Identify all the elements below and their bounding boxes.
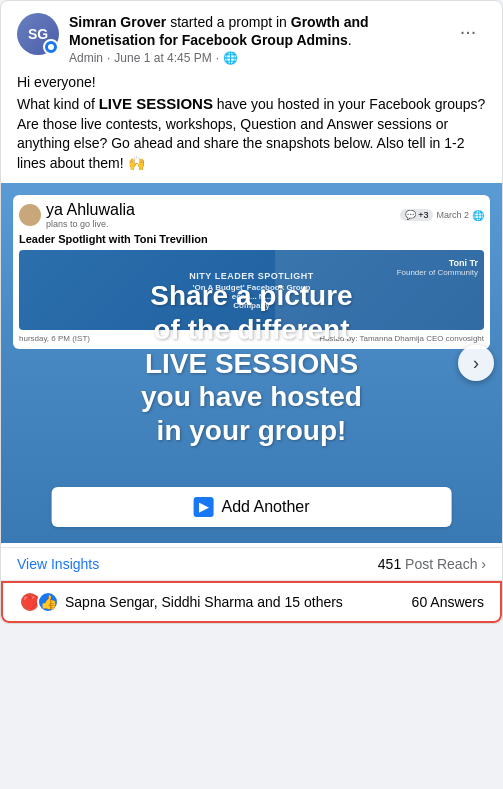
inner-preview-header: ya Ahluwalia plans to go live. 💬 +3 Marc… bbox=[19, 201, 484, 229]
admin-badge: Admin bbox=[69, 51, 103, 65]
overlay-text: Share a picture of the different LIVE SE… bbox=[111, 259, 392, 467]
globe-icon: 🌐 bbox=[223, 51, 238, 65]
spotlight-title: Leader Spotlight with Toni Trevillion bbox=[19, 233, 484, 245]
answers-count: 60 Answers bbox=[412, 594, 484, 610]
author-name: Simran Grover bbox=[69, 14, 166, 30]
post-reach[interactable]: 451 Post Reach › bbox=[378, 556, 486, 572]
post-header-text: Simran Grover started a prompt in Growth… bbox=[69, 13, 440, 65]
live-sessions-highlight: LIVE SESSIONS bbox=[99, 95, 213, 112]
avatar-badge bbox=[43, 39, 59, 55]
live-image-area: ya Ahluwalia plans to go live. 💬 +3 Marc… bbox=[1, 183, 502, 543]
toni-info: Toni Tr Founder of Community bbox=[397, 258, 478, 277]
author-line: Simran Grover started a prompt in Growth… bbox=[69, 13, 440, 49]
globe-small-icon: 🌐 bbox=[472, 210, 484, 221]
add-another-container: ▶ Add Another bbox=[51, 487, 452, 527]
post-card: SG Simran Grover started a prompt in Gro… bbox=[0, 0, 503, 624]
action-text: started a prompt in bbox=[170, 14, 287, 30]
post-header: SG Simran Grover started a prompt in Gro… bbox=[1, 1, 502, 73]
avatar: SG bbox=[17, 13, 59, 55]
reaction-icons: ❤️ 👍 bbox=[19, 591, 59, 613]
inner-preview-icons: 💬 +3 bbox=[400, 209, 434, 221]
more-dots-icon: ··· bbox=[460, 20, 477, 43]
add-another-label: Add Another bbox=[221, 498, 309, 516]
post-line2: What kind of LIVE SESSIONS have you host… bbox=[17, 93, 486, 115]
post-body: Hi everyone! What kind of LIVE SESSIONS … bbox=[1, 73, 502, 183]
inner-author-name: ya Ahluwalia bbox=[46, 201, 135, 219]
next-slide-button[interactable]: › bbox=[458, 345, 494, 381]
view-insights-link[interactable]: View Insights bbox=[17, 556, 99, 572]
meta-line: Admin · June 1 at 4:45 PM · 🌐 bbox=[69, 51, 440, 65]
inner-preview-time: March 2 bbox=[436, 210, 469, 220]
post-time: June 1 at 4:45 PM bbox=[114, 51, 211, 65]
inner-preview-avatar bbox=[19, 204, 41, 226]
add-photo-icon: ▶ bbox=[193, 497, 213, 517]
like-reaction-icon: 👍 bbox=[37, 591, 59, 613]
reach-label: Post Reach bbox=[405, 556, 477, 572]
overlay-heading: Share a picture of the different LIVE SE… bbox=[141, 279, 362, 447]
media-container: ya Ahluwalia plans to go live. 💬 +3 Marc… bbox=[1, 183, 502, 543]
inner-preview-action: plans to go live. bbox=[46, 219, 135, 229]
inner-preview-meta: ya Ahluwalia plans to go live. bbox=[46, 201, 135, 229]
post-line1: Hi everyone! bbox=[17, 73, 486, 93]
reactions-bar: ❤️ 👍 Sapna Sengar, Siddhi Sharma and 15 … bbox=[1, 581, 502, 623]
reach-count: 451 bbox=[378, 556, 401, 572]
reach-arrow-icon: › bbox=[481, 556, 486, 572]
post-stats: View Insights 451 Post Reach › bbox=[1, 547, 502, 581]
post-line3: Are those live contests, workshops, Ques… bbox=[17, 115, 486, 174]
reactions-names[interactable]: Sapna Sengar, Siddhi Sharma and 15 other… bbox=[65, 594, 343, 610]
inner-meta-right: 💬 +3 March 2 🌐 bbox=[400, 209, 484, 221]
reactions-left: ❤️ 👍 Sapna Sengar, Siddhi Sharma and 15 … bbox=[19, 591, 343, 613]
chevron-right-icon: › bbox=[473, 353, 479, 374]
add-another-button[interactable]: ▶ Add Another bbox=[51, 487, 452, 527]
more-options-button[interactable]: ··· bbox=[450, 13, 486, 49]
